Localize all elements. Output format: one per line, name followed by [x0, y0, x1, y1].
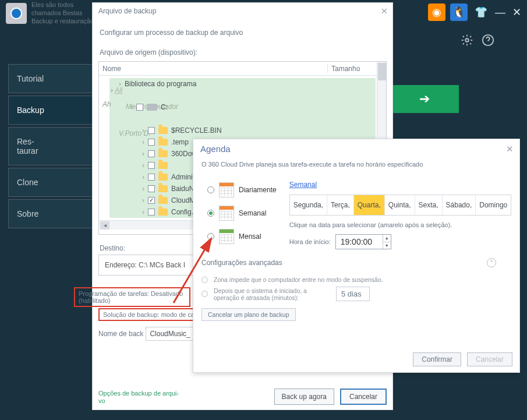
backup-now-button[interactable]: Back up agora [274, 389, 334, 405]
cancel-button[interactable]: Cancelar [467, 352, 512, 366]
app-title: Eles são todos chamados Bestas Backup e … [31, 1, 94, 25]
source-label: Arquivo de origem (dispositivo): [100, 48, 387, 57]
sidebar-item-backup[interactable]: Backup [8, 96, 94, 125]
folder-icon [158, 127, 168, 134]
chevron-up-icon[interactable]: ˄ [487, 258, 496, 267]
tree-row[interactable]: ›$RECYCLE.BIN [99, 125, 386, 136]
confirm-button[interactable]: Confirmar [413, 352, 461, 366]
sidebar-item-clone[interactable]: Clone [8, 168, 94, 197]
day-sat[interactable]: Sábado, [443, 195, 476, 215]
day-tue[interactable]: Terça, [327, 195, 354, 215]
time-spinner[interactable]: ▲▼ [383, 235, 391, 249]
backup-options-link[interactable]: Opções de backup de arqui- vo [98, 390, 179, 405]
go-button[interactable]: ➔ [390, 85, 459, 113]
svg-point-0 [465, 38, 469, 42]
calendar-weekly-icon [219, 206, 234, 221]
help-icon[interactable] [482, 34, 494, 47]
radio-weekly[interactable] [207, 210, 214, 217]
annotation-schedule: Programação de tarefas: Desativado (habi… [74, 287, 190, 307]
agenda-dialog: Agenda ✕ O 360 Cloud Drive planeja sua t… [193, 139, 520, 373]
time-label: Hora de início: [289, 238, 331, 245]
day-wed[interactable]: Quarta, [354, 195, 385, 215]
radio-delay[interactable] [201, 291, 208, 297]
sleep-note: Zona impede que o computador entre no mo… [214, 276, 383, 283]
close-icon[interactable]: ✕ [506, 144, 514, 154]
tree-row[interactable]: ›Biblioteca do programa [99, 78, 386, 90]
cancel-button[interactable]: Cancelar [340, 389, 387, 405]
weekly-link[interactable]: Semanal [289, 181, 317, 189]
daily-label: Diariamente [239, 186, 277, 194]
dialog2-title: Agenda [200, 144, 231, 154]
shirt-icon[interactable]: 👕 [472, 3, 490, 21]
day-sun[interactable]: Domingo [476, 195, 511, 215]
radio-sleep[interactable] [201, 277, 208, 283]
day-fri[interactable]: Sexta, [415, 195, 443, 215]
minimize-icon[interactable]: — [494, 6, 506, 18]
close-icon[interactable]: ✕ [381, 6, 388, 16]
checkbox[interactable] [136, 104, 143, 111]
sidebar-item-restore[interactable]: Res- taurar [8, 127, 94, 165]
tree-row[interactable]: ›C: [99, 101, 386, 113]
backup-name-label: Nome de back [98, 330, 143, 338]
close-icon[interactable]: ✕ [511, 6, 522, 18]
col-name[interactable]: Nome [99, 65, 328, 73]
sidebar-item-about[interactable]: Sobre [8, 199, 94, 228]
delay-input[interactable] [336, 287, 370, 301]
calendar-daily-icon [219, 182, 234, 197]
checkbox[interactable] [148, 197, 155, 204]
dialog2-desc: O 360 Cloud Drive planeja sua tarefa-exe… [193, 158, 519, 174]
drive-icon [147, 104, 157, 111]
calendar-monthly-icon [219, 229, 234, 244]
dialog1-title: Arquivo de backup [98, 7, 156, 15]
sidebar: Tutorial Backup Res- taurar Clone Sobre [8, 64, 94, 231]
radio-monthly[interactable] [207, 233, 214, 240]
day-mon[interactable]: Segunda, [290, 195, 327, 215]
qq-icon[interactable]: 🐧 [450, 3, 468, 21]
advanced-label: Configurações avançadas [201, 259, 282, 267]
weekday-picker: Segunda, Terça, Quarta, Quinta, Sexta, S… [289, 195, 512, 216]
cancel-plan-button[interactable]: Cancelar um plano de backup [201, 308, 296, 321]
weekly-label: Semanal [239, 209, 266, 217]
gear-icon[interactable] [461, 34, 473, 47]
sidebar-item-tutorial[interactable]: Tutorial [8, 64, 94, 93]
day-hint: Clique na data para selecionar (amarelo … [289, 221, 512, 228]
weibo-icon[interactable]: ◉ [428, 3, 445, 21]
arrow-right-icon: ➔ [419, 91, 430, 107]
dialog1-subtitle: Configurar um processo de backup de arqu… [100, 29, 387, 37]
delay-note: Depois que o sistema é iniciado, a opera… [214, 287, 330, 301]
app-logo [6, 3, 27, 24]
day-thu[interactable]: Quinta, [385, 195, 415, 215]
time-input[interactable] [336, 235, 383, 249]
monthly-label: Mensal [239, 232, 261, 241]
radio-daily[interactable] [207, 186, 214, 193]
